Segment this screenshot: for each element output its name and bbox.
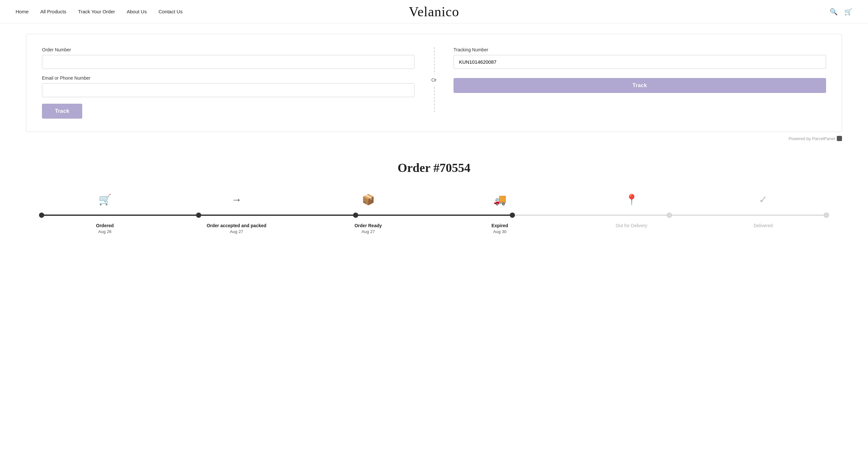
timeline-step-accepted: → <box>171 194 302 207</box>
label-ready: Order ReadyAug 27 <box>302 223 434 234</box>
step-icon-out-for-delivery: 📍 <box>625 194 638 205</box>
timeline-step-delivered: ✓ <box>697 194 829 207</box>
or-text: Or <box>430 74 438 85</box>
dot-expired <box>510 213 515 218</box>
dot-out-for-delivery <box>667 213 672 218</box>
timeline-dots <box>39 213 829 218</box>
step-date-ordered: Aug 26 <box>39 229 171 234</box>
tracking-number-input[interactable] <box>454 55 826 69</box>
parcelpanel-icon <box>837 136 842 141</box>
timeline-step-expired: 🚚 <box>434 194 566 207</box>
email-phone-input[interactable] <box>42 83 414 97</box>
track-button-right[interactable]: Track <box>454 78 826 93</box>
step-date-expired: Aug 30 <box>434 229 566 234</box>
step-name-delivered: Delivered <box>697 223 829 228</box>
order-section: Order #70554 🛒→📦🚚📍✓ OrderedAug 26Order a… <box>0 145 868 250</box>
powered-by-bar: Powered by ParcelPanel <box>0 132 868 145</box>
navigation: HomeAll ProductsTrack Your OrderAbout Us… <box>0 0 868 23</box>
powered-by-text: Powered by ParcelPanel <box>789 136 835 141</box>
timeline-labels: OrderedAug 26Order accepted and packedAu… <box>39 223 829 234</box>
label-accepted: Order accepted and packedAug 27 <box>171 223 302 234</box>
timeline-step-ordered: 🛒 <box>39 194 171 207</box>
step-name-ordered: Ordered <box>39 223 171 228</box>
timeline-step-out-for-delivery: 📍 <box>566 194 697 207</box>
nav-actions: 🔍 🛒 <box>830 8 852 15</box>
brand-name: Velanico <box>409 4 459 19</box>
timeline: 🛒→📦🚚📍✓ OrderedAug 26Order accepted and p… <box>26 194 842 234</box>
dot-ready <box>353 213 358 218</box>
step-icon-delivered: ✓ <box>759 194 768 205</box>
step-name-expired: Expired <box>434 223 566 228</box>
step-icon-ordered: 🛒 <box>98 194 112 205</box>
dot-delivered <box>824 213 829 218</box>
timeline-step-ready: 📦 <box>302 194 434 207</box>
email-phone-label: Email or Phone Number <box>42 75 414 80</box>
cart-icon[interactable]: 🛒 <box>844 8 852 15</box>
label-out-for-delivery: Out for Delivery <box>566 223 697 234</box>
nav-link-about-us[interactable]: About Us <box>127 9 147 14</box>
nav-link-all-products[interactable]: All Products <box>40 9 66 14</box>
order-title: Order #70554 <box>26 161 842 175</box>
order-number-label: Order Number <box>42 47 414 52</box>
order-number-input[interactable] <box>42 55 414 69</box>
label-ordered: OrderedAug 26 <box>39 223 171 234</box>
track-left-panel: Order Number Email or Phone Number Track <box>42 47 414 119</box>
search-icon[interactable]: 🔍 <box>830 8 838 15</box>
track-button-left[interactable]: Track <box>42 104 82 119</box>
email-phone-group: Email or Phone Number <box>42 75 414 97</box>
nav-links: HomeAll ProductsTrack Your OrderAbout Us… <box>16 9 183 14</box>
timeline-icons-row: 🛒→📦🚚📍✓ <box>39 194 829 207</box>
step-name-out-for-delivery: Out for Delivery <box>566 223 697 228</box>
nav-link-contact-us[interactable]: Contact Us <box>158 9 182 14</box>
or-divider: Or <box>414 47 454 112</box>
track-right-panel: Tracking Number Track <box>454 47 826 93</box>
dot-accepted <box>196 213 201 218</box>
step-name-ready: Order Ready <box>302 223 434 228</box>
order-number-group: Order Number <box>42 47 414 69</box>
nav-link-track-your-order[interactable]: Track Your Order <box>78 9 115 14</box>
label-expired: ExpiredAug 30 <box>434 223 566 234</box>
step-date-ready: Aug 27 <box>302 229 434 234</box>
label-delivered: Delivered <box>697 223 829 234</box>
step-date-accepted: Aug 27 <box>171 229 302 234</box>
step-icon-ready: 📦 <box>362 194 375 205</box>
brand-logo: Velanico <box>409 4 459 20</box>
timeline-track <box>39 213 829 218</box>
tracking-number-group: Tracking Number <box>454 47 826 69</box>
step-icon-expired: 🚚 <box>494 194 506 205</box>
step-name-accepted: Order accepted and packed <box>171 223 302 228</box>
dot-ordered <box>39 213 44 218</box>
tracking-number-label: Tracking Number <box>454 47 826 52</box>
step-icon-accepted: → <box>231 194 242 205</box>
tracking-card: Order Number Email or Phone Number Track… <box>26 34 842 132</box>
nav-link-home[interactable]: Home <box>16 9 29 14</box>
